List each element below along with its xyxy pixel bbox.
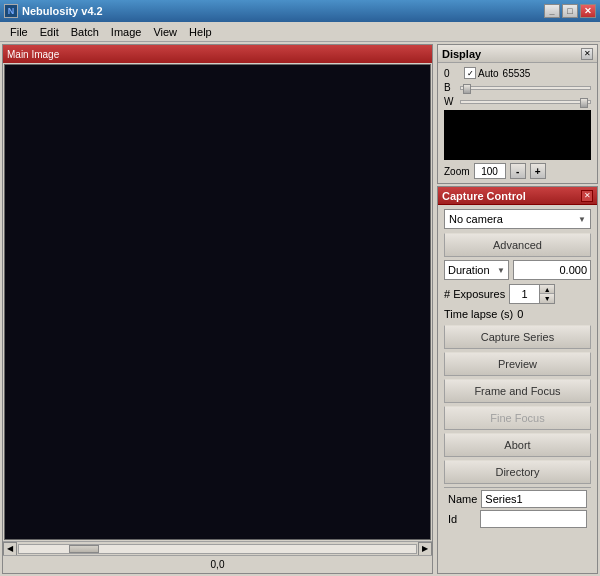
auto-label: Auto (478, 68, 499, 79)
b-slider-thumb[interactable] (463, 84, 471, 94)
scroll-track[interactable] (18, 544, 417, 554)
maximize-button[interactable]: □ (562, 4, 578, 18)
abort-button[interactable]: Abort (444, 433, 591, 457)
bottom-fields: Name Series1 Id (444, 487, 591, 532)
display-range-row: 0 ✓ Auto 65535 (444, 67, 591, 79)
close-button[interactable]: ✕ (580, 4, 596, 18)
left-panel: Main Image ◀ ▶ 0,0 (2, 44, 433, 574)
camera-dropdown[interactable]: No camera ▼ (444, 209, 591, 229)
display-preview-box (444, 110, 591, 160)
scroll-thumb[interactable] (69, 545, 99, 553)
duration-row: Duration ▼ 0.000 (444, 260, 591, 280)
b-slider-track[interactable] (460, 86, 591, 90)
timelapse-row: Time lapse (s) 0 (444, 308, 591, 320)
display-panel-title: Display (442, 48, 481, 60)
exposures-up-btn[interactable]: ▲ (540, 285, 554, 294)
duration-selected: Duration (448, 264, 490, 276)
display-panel-close[interactable]: ✕ (581, 48, 593, 60)
id-input[interactable] (480, 510, 587, 528)
frame-and-focus-button[interactable]: Frame and Focus (444, 379, 591, 403)
capture-panel-close[interactable]: ✕ (581, 190, 593, 202)
advanced-button[interactable]: Advanced (444, 233, 591, 257)
menu-bar: File Edit Batch Image View Help (0, 22, 600, 42)
timelapse-label: Time lapse (s) (444, 308, 513, 320)
b-slider-label: B (444, 82, 456, 93)
fine-focus-button[interactable]: Fine Focus (444, 406, 591, 430)
capture-panel-header: Capture Control ✕ (438, 187, 597, 205)
capture-panel-title: Capture Control (442, 190, 526, 202)
exposures-value: 1 (509, 284, 539, 304)
exposures-spin-buttons: ▲ ▼ (539, 284, 555, 304)
zoom-plus-btn[interactable]: + (530, 163, 546, 179)
zoom-value: 100 (474, 163, 506, 179)
image-content (5, 65, 430, 539)
auto-checkbox-group: ✓ Auto (464, 67, 499, 79)
menu-image[interactable]: Image (105, 24, 148, 40)
display-panel-header: Display ✕ (438, 45, 597, 63)
menu-view[interactable]: View (147, 24, 183, 40)
main-image-titlebar: Main Image (3, 45, 432, 63)
name-input[interactable]: Series1 (481, 490, 587, 508)
minimize-button[interactable]: _ (544, 4, 560, 18)
image-area (4, 64, 431, 540)
capture-series-button[interactable]: Capture Series (444, 325, 591, 349)
zoom-label: Zoom (444, 166, 470, 177)
id-row: Id (448, 510, 587, 528)
scroll-left-btn[interactable]: ◀ (3, 542, 17, 556)
zoom-minus-btn[interactable]: - (510, 163, 526, 179)
app-title: Nebulosity v4.2 (22, 5, 103, 17)
name-label: Name (448, 493, 477, 505)
main-layout: Main Image ◀ ▶ 0,0 Display ✕ 0 (0, 42, 600, 576)
timelapse-value: 0 (517, 308, 523, 320)
title-bar: N Nebulosity v4.2 _ □ ✕ (0, 0, 600, 22)
menu-help[interactable]: Help (183, 24, 218, 40)
display-panel-content: 0 ✓ Auto 65535 B W (438, 63, 597, 183)
cursor-position: 0,0 (211, 559, 225, 570)
name-row: Name Series1 (448, 490, 587, 508)
id-label: Id (448, 513, 476, 525)
status-bar: 0,0 (3, 555, 432, 573)
camera-selected: No camera (449, 213, 503, 225)
app-icon: N (4, 4, 18, 18)
display-min: 0 (444, 68, 460, 79)
menu-batch[interactable]: Batch (65, 24, 105, 40)
duration-value[interactable]: 0.000 (513, 260, 591, 280)
camera-dropdown-arrow: ▼ (578, 215, 586, 224)
window-controls: _ □ ✕ (544, 4, 596, 18)
menu-file[interactable]: File (4, 24, 34, 40)
title-bar-left: N Nebulosity v4.2 (4, 4, 103, 18)
main-image-title: Main Image (7, 49, 59, 60)
display-panel: Display ✕ 0 ✓ Auto 65535 B (437, 44, 598, 184)
w-slider-row: W (444, 96, 591, 107)
exposures-label: # Exposures (444, 288, 505, 300)
right-panel: Display ✕ 0 ✓ Auto 65535 B (435, 42, 600, 576)
auto-checkbox[interactable]: ✓ (464, 67, 476, 79)
capture-panel-content: No camera ▼ Advanced Duration ▼ 0.000 # … (438, 205, 597, 536)
w-slider-track[interactable] (460, 100, 591, 104)
zoom-row: Zoom 100 - + (444, 163, 591, 179)
scroll-right-btn[interactable]: ▶ (418, 542, 432, 556)
preview-button[interactable]: Preview (444, 352, 591, 376)
exposures-down-btn[interactable]: ▼ (540, 294, 554, 303)
display-max: 65535 (503, 68, 531, 79)
capture-panel: Capture Control ✕ No camera ▼ Advanced D… (437, 186, 598, 574)
directory-button[interactable]: Directory (444, 460, 591, 484)
b-slider-row: B (444, 82, 591, 93)
exposures-spinbox[interactable]: 1 ▲ ▼ (509, 284, 555, 304)
horizontal-scrollbar[interactable]: ◀ ▶ (3, 541, 432, 555)
exposures-row: # Exposures 1 ▲ ▼ (444, 284, 591, 304)
duration-dropdown-arrow: ▼ (497, 266, 505, 275)
w-slider-thumb[interactable] (580, 98, 588, 108)
menu-edit[interactable]: Edit (34, 24, 65, 40)
w-slider-label: W (444, 96, 456, 107)
duration-dropdown[interactable]: Duration ▼ (444, 260, 509, 280)
